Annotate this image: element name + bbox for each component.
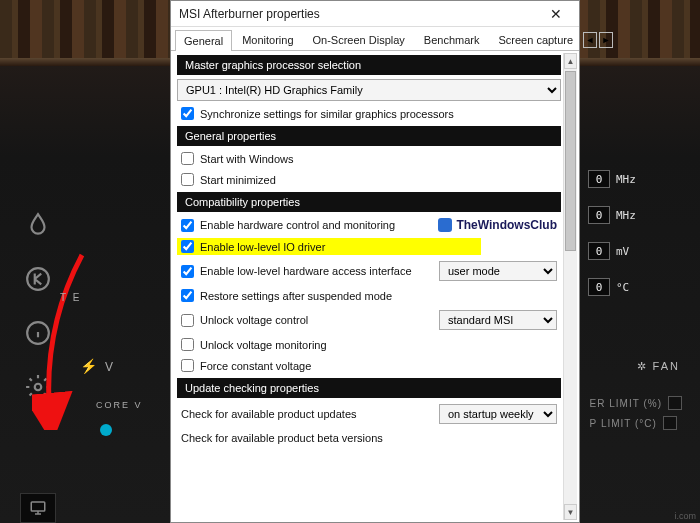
- unlock-voltage-control-checkbox[interactable]: [181, 314, 194, 327]
- section-compat-props: Compatibility properties: [177, 192, 561, 212]
- thewindowsclub-logo: TheWindowsClub: [438, 218, 557, 232]
- fan-section-label: ✲ FAN: [637, 360, 680, 373]
- tab-benchmark[interactable]: Benchmark: [415, 29, 489, 50]
- dialog-title: MSI Afterburner properties: [179, 7, 541, 21]
- core-voltage-label: CORE V: [96, 400, 143, 410]
- svg-point-0: [27, 268, 49, 290]
- unlock-voltage-mode-select[interactable]: standard MSI: [439, 310, 557, 330]
- afterburner-side-toolbar: [20, 210, 56, 402]
- gpu-select[interactable]: GPU1 : Intel(R) HD Graphics Family: [177, 79, 561, 101]
- svg-point-2: [35, 384, 42, 391]
- section-general-props: General properties: [177, 126, 561, 146]
- enable-io-driver-row: Enable low-level IO driver: [177, 238, 481, 255]
- tab-osd[interactable]: On-Screen Display: [304, 29, 414, 50]
- tab-monitoring[interactable]: Monitoring: [233, 29, 302, 50]
- start-minimized-checkbox[interactable]: [181, 173, 194, 186]
- bolt-icon: ⚡: [80, 358, 99, 374]
- unlock-voltage-monitoring-checkbox[interactable]: [181, 338, 194, 351]
- info-icon[interactable]: [23, 318, 53, 348]
- scroll-up-button[interactable]: ▲: [564, 53, 577, 69]
- dialog-titlebar[interactable]: MSI Afterburner properties ✕: [171, 1, 579, 27]
- section-master-gpu: Master graphics processor selection: [177, 55, 561, 75]
- force-constant-voltage-checkbox[interactable]: [181, 359, 194, 372]
- limit-labels: ER LIMIT (%) P LIMIT (°C): [590, 390, 682, 436]
- settings-gear-icon[interactable]: [23, 372, 53, 402]
- tab-scroll-left[interactable]: ◄: [583, 32, 597, 48]
- bg-temp-label: T E: [60, 292, 81, 303]
- tab-screen-capture[interactable]: Screen capture: [489, 29, 582, 50]
- core-voltage-slider-thumb[interactable]: [100, 424, 112, 436]
- scroll-down-button[interactable]: ▼: [564, 504, 577, 520]
- logo-icon: [438, 218, 452, 232]
- enable-hw-control-checkbox[interactable]: [181, 219, 194, 232]
- clock-readouts: 0MHz 0MHz 0mV 0°C: [588, 170, 688, 296]
- tab-general[interactable]: General: [175, 30, 232, 51]
- scroll-thumb[interactable]: [565, 71, 576, 251]
- close-button[interactable]: ✕: [541, 3, 571, 25]
- voltage-section-label: ⚡V: [80, 358, 115, 374]
- watermark: i.com: [674, 511, 696, 521]
- svg-rect-3: [31, 502, 45, 511]
- tab-scroll-right[interactable]: ►: [599, 32, 613, 48]
- properties-dialog: MSI Afterburner properties ✕ General Mon…: [170, 0, 580, 523]
- section-update-props: Update checking properties: [177, 378, 561, 398]
- enable-io-driver-checkbox[interactable]: [181, 240, 194, 253]
- restore-after-suspend-checkbox[interactable]: [181, 289, 194, 302]
- start-with-windows-checkbox[interactable]: [181, 152, 194, 165]
- sync-settings-checkbox[interactable]: [181, 107, 194, 120]
- enable-ll-hw-access-checkbox[interactable]: [181, 265, 194, 278]
- dialog-scrollbar[interactable]: ▲ ▼: [563, 53, 577, 520]
- check-updates-select[interactable]: on startup weekly: [439, 404, 557, 424]
- dialog-body: Master graphics processor selection GPU1…: [171, 51, 579, 522]
- sync-settings-label: Synchronize settings for similar graphic…: [200, 108, 454, 120]
- letter-k-icon[interactable]: [23, 264, 53, 294]
- flame-icon[interactable]: [23, 210, 53, 240]
- dialog-tabs: General Monitoring On-Screen Display Ben…: [171, 27, 579, 51]
- ll-hw-mode-select[interactable]: user mode: [439, 261, 557, 281]
- monitor-preview-icon[interactable]: [20, 493, 56, 523]
